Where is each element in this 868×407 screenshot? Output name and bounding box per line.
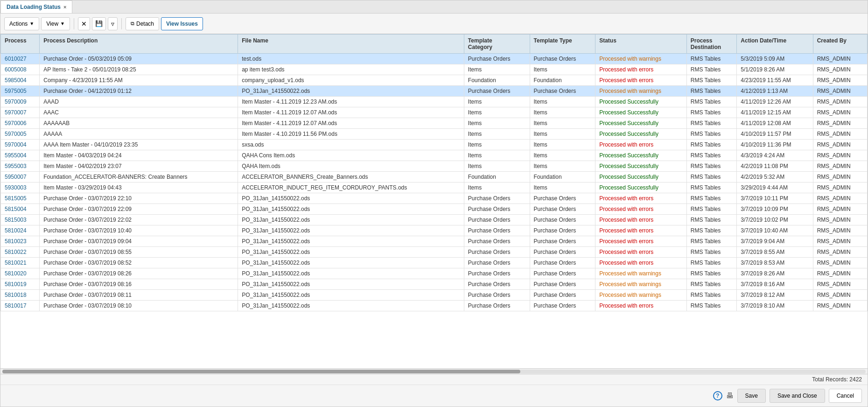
cell-created-by: RMS_ADMIN (813, 86, 867, 97)
save-icon: 💾 (95, 20, 103, 27)
cell-template-category: Purchase Orders (464, 86, 530, 97)
cell-template-type: Purchase Orders (530, 215, 595, 225)
cell-filename: Item Master - 4.10.2019 11.56 PM.ods (238, 129, 464, 140)
table-row[interactable]: 5955004 Item Master - 04/03/2019 04:24 Q… (1, 150, 868, 161)
cell-created-by: RMS_ADMIN (813, 107, 867, 118)
table-row[interactable]: 5810017 Purchase Order - 03/07/2019 08:1… (1, 301, 868, 311)
detach-icon: ⧉ (131, 21, 134, 27)
cell-action-date: 3/7/2019 10:02 PM (737, 215, 813, 225)
table-row[interactable]: 5970007 AAAC Item Master - 4.11.2019 12.… (1, 107, 868, 118)
cell-action-date: 3/7/2019 10:09 PM (737, 204, 813, 215)
cell-template-category: Purchase Orders (464, 225, 530, 236)
cell-process: 5970007 (1, 107, 40, 118)
table-row[interactable]: 5955003 Item Master - 04/02/2019 23:07 Q… (1, 161, 868, 172)
cell-created-by: RMS_ADMIN (813, 118, 867, 129)
cell-created-by: RMS_ADMIN (813, 258, 867, 268)
cell-destination: RMS Tables (686, 172, 737, 182)
col-template-category: TemplateCategory (464, 35, 530, 54)
help-icon[interactable]: ? (713, 391, 722, 400)
close-button[interactable]: ✕ (78, 17, 90, 30)
cell-status: Processed with warnings (595, 268, 687, 279)
cell-created-by: RMS_ADMIN (813, 193, 867, 204)
cell-destination: RMS Tables (686, 182, 737, 193)
tab-close-icon[interactable]: × (63, 4, 66, 10)
cell-description: Item Master - 04/03/2019 04:24 (40, 150, 238, 161)
table-row[interactable]: 5950007 Foundation_ACCELERATOR-BANNERS: … (1, 172, 868, 182)
cell-filename: PO_31Jan_141550022.ods (238, 279, 464, 290)
cell-destination: RMS Tables (686, 86, 737, 97)
cell-template-type: Items (530, 118, 595, 129)
col-process: Process (1, 35, 40, 54)
table-row[interactable]: 5810024 Purchase Order - 03/07/2019 10:4… (1, 225, 868, 236)
cell-template-type: Purchase Orders (530, 86, 595, 97)
view-issues-label: View Issues (166, 21, 198, 27)
cell-description: AAAA Item Master - 04/10/2019 23:35 (40, 140, 238, 150)
table-row[interactable]: 6005008 AP Items - Take 2 - 05/01/2019 0… (1, 64, 868, 75)
actions-button[interactable]: Actions ▼ (4, 17, 39, 30)
cell-destination: RMS Tables (686, 268, 737, 279)
cell-template-type: Foundation (530, 75, 595, 86)
table-row[interactable]: 5815003 Purchase Order - 03/07/2019 22:0… (1, 215, 868, 225)
cell-filename: PO_31Jan_141550022.ods (238, 236, 464, 247)
scrollbar-thumb (2, 370, 520, 373)
cell-created-by: RMS_ADMIN (813, 268, 867, 279)
cell-process: 5985004 (1, 75, 40, 86)
table-row[interactable]: 5810020 Purchase Order - 03/07/2019 08:2… (1, 268, 868, 279)
cell-filename: PO_31Jan_141550022.ods (238, 247, 464, 258)
cell-description: AAAAA (40, 129, 238, 140)
cell-action-date: 4/2/2019 11:08 PM (737, 161, 813, 172)
cell-description: Purchase Order - 04/12/2019 01:12 (40, 86, 238, 97)
save-icon-button[interactable]: 💾 (92, 17, 106, 30)
cell-template-type: Items (530, 107, 595, 118)
cell-process: 5810017 (1, 301, 40, 311)
table-row[interactable]: 5970009 AAAD Item Master - 4.11.2019 12.… (1, 97, 868, 107)
cell-description: AAAD (40, 97, 238, 107)
detach-button[interactable]: ⧉ Detach (126, 17, 159, 30)
table-row[interactable]: 5985004 Company - 4/23/2019 11:55 AM com… (1, 75, 868, 86)
cell-template-category: Items (464, 129, 530, 140)
cell-status: Processed with errors (595, 236, 687, 247)
table-row[interactable]: 5810021 Purchase Order - 03/07/2019 08:5… (1, 258, 868, 268)
table-row[interactable]: 5970006 AAAAAAB Item Master - 4.11.2019 … (1, 118, 868, 129)
table-row[interactable]: 5810018 Purchase Order - 03/07/2019 08:1… (1, 290, 868, 301)
table-row[interactable]: 5810022 Purchase Order - 03/07/2019 08:5… (1, 247, 868, 258)
footer: Total Records: 2422 ? 🖶 Save Save and Cl… (0, 374, 868, 407)
table-row[interactable]: 5815004 Purchase Order - 03/07/2019 22:0… (1, 204, 868, 215)
col-created-by: Created By (813, 35, 867, 54)
filter-button[interactable]: ▿ (108, 17, 118, 30)
table-row[interactable]: 6010027 Purchase Order - 05/03/2019 05:0… (1, 54, 868, 64)
cell-template-type: Purchase Orders (530, 54, 595, 64)
table-row[interactable]: 5815005 Purchase Order - 03/07/2019 22:1… (1, 193, 868, 204)
cell-destination: RMS Tables (686, 215, 737, 225)
table-row[interactable]: 5970005 AAAAA Item Master - 4.10.2019 11… (1, 129, 868, 140)
table-header-row: Process Process Description File Name Te… (1, 35, 868, 54)
table-row[interactable]: 5970004 AAAA Item Master - 04/10/2019 23… (1, 140, 868, 150)
cancel-button[interactable]: Cancel (829, 389, 862, 403)
cell-template-category: Purchase Orders (464, 268, 530, 279)
print-icon[interactable]: 🖶 (726, 392, 734, 400)
cell-template-type: Purchase Orders (530, 301, 595, 311)
table-row[interactable]: 5810023 Purchase Order - 03/07/2019 09:0… (1, 236, 868, 247)
cell-filename: PO_31Jan_141550022.ods (238, 215, 464, 225)
table-row[interactable]: 5930003 Item Master - 03/29/2019 04:43 A… (1, 182, 868, 193)
table-row[interactable]: 5810019 Purchase Order - 03/07/2019 08:1… (1, 279, 868, 290)
cell-filename: PO_31Jan_141550022.ods (238, 258, 464, 268)
cell-filename: ap item test3.ods (238, 64, 464, 75)
cell-action-date: 4/2/2019 5:32 AM (737, 172, 813, 182)
view-issues-button[interactable]: View Issues (161, 17, 203, 30)
save-close-button[interactable]: Save and Close (770, 389, 825, 403)
table-row[interactable]: 5975005 Purchase Order - 04/12/2019 01:1… (1, 86, 868, 97)
cell-action-date: 3/7/2019 10:11 PM (737, 193, 813, 204)
cell-status: Processed Successfully (595, 118, 687, 129)
cell-template-category: Purchase Orders (464, 54, 530, 64)
cell-template-category: Purchase Orders (464, 236, 530, 247)
tab-data-loading-status[interactable]: Data Loading Status × (0, 0, 72, 13)
cell-action-date: 4/23/2019 11:55 AM (737, 75, 813, 86)
cell-description: Purchase Order - 03/07/2019 08:52 (40, 258, 238, 268)
save-button[interactable]: Save (737, 389, 766, 403)
cell-destination: RMS Tables (686, 258, 737, 268)
view-button[interactable]: View ▼ (41, 17, 70, 30)
horizontal-scrollbar[interactable] (0, 368, 868, 374)
action-bar: ? 🖶 Save Save and Close Cancel (0, 385, 868, 407)
cell-template-type: Items (530, 140, 595, 150)
